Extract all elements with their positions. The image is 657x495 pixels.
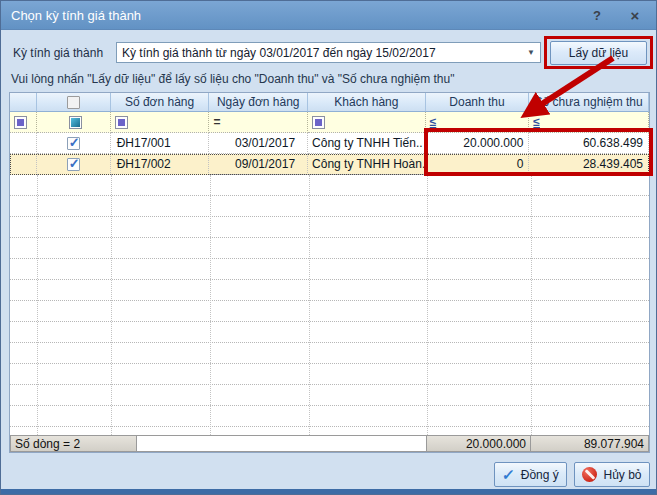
cell-order-no: ĐH17/001 [111,133,210,154]
header-checkbox-cell [37,93,111,112]
chevron-down-icon[interactable]: ▼ [522,48,540,57]
ok-button[interactable]: ✓ Đồng ý [494,462,567,487]
table-row[interactable]: ✓ ĐH17/001 03/01/2017 Công ty TNHH Tiến.… [10,133,649,154]
cancel-button[interactable]: Hủy bỏ [574,462,650,487]
cell-unaccepted: 28.439.405 [529,154,649,175]
row-checkbox-checked[interactable]: ✓ [67,137,80,150]
grid-header-row: Số đơn hàng Ngày đơn hàng Khách hàng Doa… [10,93,649,112]
instruction-text: Vui lòng nhấn "Lấy dữ liệu" để lấy số li… [11,72,454,86]
revenue-total: 20.000.000 [427,435,531,452]
cell-revenue: 20.000.000 [426,133,530,154]
unaccepted-total: 89.077.904 [531,435,649,452]
cancel-icon [582,467,597,482]
filter-cell-unaccepted[interactable]: ≤ [529,112,649,133]
filter-cell-revenue[interactable]: ≤ [426,112,530,133]
lte-operator-icon[interactable]: ≤ [430,115,437,129]
orders-grid: Số đơn hàng Ngày đơn hàng Khách hàng Doa… [9,92,650,453]
filter-cell-order-no[interactable] [111,112,210,133]
row-indicator [10,133,37,154]
equals-operator-icon[interactable]: = [213,115,220,129]
check-icon: ✓ [69,156,80,171]
column-header-customer[interactable]: Khách hàng [308,93,426,112]
row-checkbox-cell: ✓ [37,133,111,154]
title-bar: Chọn kỳ tính giá thành [1,1,657,30]
help-icon[interactable]: ? [588,7,606,25]
filter-cell-customer[interactable] [308,112,426,133]
row-count-label: Số dòng = 2 [10,435,137,452]
column-header-order-date[interactable]: Ngày đơn hàng [209,93,308,112]
row-indicator [10,154,37,175]
grid-footer-row: Số dòng = 2 20.000.000 89.077.904 [10,435,649,452]
filter-cell-indicator[interactable] [10,112,37,133]
dialog-bottom-edge [1,489,657,495]
lte-operator-icon[interactable]: ≤ [533,115,540,129]
filter-cell-order-date[interactable]: = [209,112,308,133]
filter-cell-checkbox[interactable] [37,112,111,133]
period-combobox[interactable]: Kỳ tính giá thành từ ngày 03/01/2017 đến… [116,42,541,63]
cell-unaccepted: 60.638.499 [529,133,649,154]
cell-customer: Công ty TNHH Tiến.. [308,133,426,154]
cell-revenue: 0 [426,154,530,175]
column-header-unaccepted[interactable]: Số chưa nghiệm thu [529,93,649,112]
footer-spacer [137,435,427,452]
period-label: Kỳ tính giá thành [13,46,103,60]
select-all-checkbox[interactable] [67,96,80,109]
ok-button-label: Đồng ý [521,468,559,482]
header-row-indicator [10,93,37,112]
fetch-data-button[interactable]: Lấy dữ liệu [550,41,647,65]
cell-order-no: ĐH17/002 [111,154,210,175]
filter-icon[interactable] [115,116,128,129]
cell-order-date: 09/01/2017 [209,154,308,175]
row-checkbox-cell: ✓ [37,154,111,175]
period-combobox-value: Kỳ tính giá thành từ ngày 03/01/2017 đến… [117,46,522,60]
filter-checked-icon[interactable] [69,116,82,129]
dialog-title: Chọn kỳ tính giá thành [11,8,141,23]
cell-order-date: 03/01/2017 [209,133,308,154]
filter-icon[interactable] [312,116,325,129]
close-icon[interactable]: × [626,7,644,25]
grid-filter-row: = ≤ ≤ [10,112,649,133]
column-header-revenue[interactable]: Doanh thu [426,93,530,112]
column-header-order-no[interactable]: Số đơn hàng [111,93,210,112]
table-row[interactable]: ✓ ĐH17/002 09/01/2017 Công ty TNHH Hoàn.… [10,154,649,175]
cell-customer: Công ty TNHH Hoàn... [308,154,426,175]
row-checkbox-checked[interactable]: ✓ [67,158,80,171]
dialog-chon-ky-tinh-gia-thanh: Chọn kỳ tính giá thành ? × Kỳ tính giá t… [0,0,657,495]
cancel-button-label: Hủy bỏ [603,468,641,482]
grid-empty-area [10,175,649,435]
check-icon: ✓ [69,135,80,150]
filter-icon[interactable] [14,116,27,129]
check-icon: ✓ [501,467,515,482]
